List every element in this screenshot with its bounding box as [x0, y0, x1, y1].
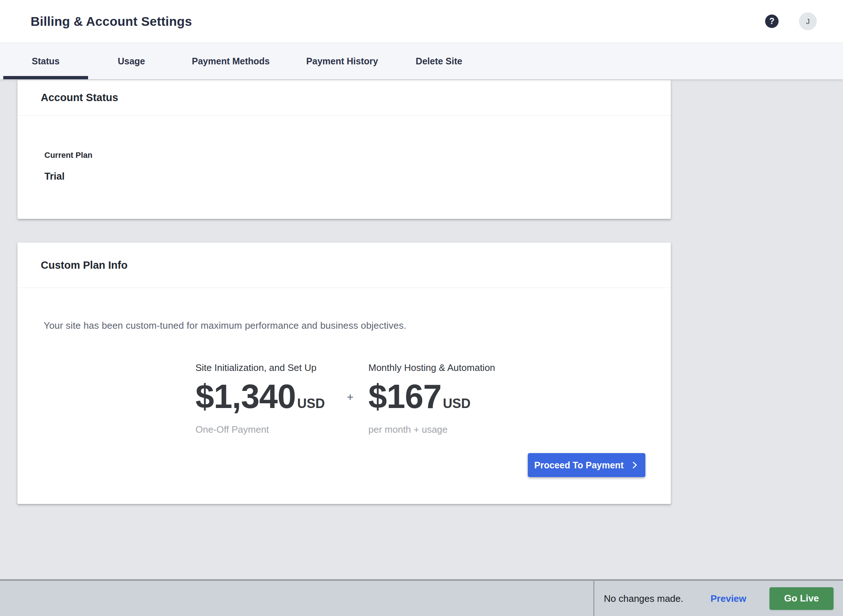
setup-price-amount: $1,340 — [196, 383, 296, 410]
help-icon[interactable]: ? — [765, 15, 778, 28]
account-status-card: Account Status Current Plan Trial — [18, 80, 671, 219]
proceed-to-payment-label: Proceed To Payment — [534, 460, 624, 471]
custom-plan-card-header: Custom Plan Info — [18, 242, 671, 288]
page-title: Billing & Account Settings — [31, 14, 192, 29]
billing-tabs: Status Usage Payment Methods Payment His… — [0, 43, 843, 79]
avatar-initial: J — [806, 17, 810, 26]
header-actions: ? J — [765, 0, 817, 43]
tab-delete-site[interactable]: Delete Site — [397, 43, 481, 79]
tab-status[interactable]: Status — [3, 43, 88, 79]
setup-price-row: $1,340 USD — [196, 383, 325, 418]
current-plan-value: Trial — [44, 171, 671, 182]
app-header: Billing & Account Settings ? J — [0, 0, 843, 43]
tab-delete-site-label: Delete Site — [416, 56, 462, 66]
custom-plan-title: Custom Plan Info — [41, 259, 127, 271]
tab-payment-history-label: Payment History — [306, 56, 378, 66]
question-mark-glyph: ? — [769, 16, 774, 26]
tab-payment-methods[interactable]: Payment Methods — [175, 43, 287, 79]
chevron-right-icon — [631, 461, 639, 469]
go-live-label: Go Live — [784, 593, 819, 604]
go-live-button[interactable]: Go Live — [769, 587, 834, 610]
account-status-card-header: Account Status — [18, 80, 671, 116]
monthly-price-row: $167 USD — [368, 383, 495, 418]
tab-payment-methods-label: Payment Methods — [192, 56, 270, 66]
tab-usage[interactable]: Usage — [88, 43, 175, 79]
proceed-to-payment-button[interactable]: Proceed To Payment — [528, 453, 645, 477]
monthly-price-column: Monthly Hosting & Automation $167 USD pe… — [368, 362, 495, 435]
preview-link[interactable]: Preview — [711, 593, 746, 604]
changes-status-text: No changes made. — [604, 593, 683, 604]
account-status-title: Account Status — [41, 92, 118, 104]
account-status-body: Current Plan Trial — [18, 151, 671, 182]
setup-price-note: One-Off Payment — [196, 424, 325, 435]
avatar[interactable]: J — [799, 12, 817, 30]
setup-price-label: Site Initialization, and Set Up — [196, 362, 325, 373]
tab-payment-history[interactable]: Payment History — [287, 43, 397, 79]
current-plan-label: Current Plan — [44, 151, 671, 160]
publish-bar: No changes made. Preview Go Live — [0, 579, 843, 616]
custom-plan-card: Custom Plan Info Your site has been cust… — [18, 242, 671, 504]
plus-sign: + — [347, 391, 353, 404]
monthly-price-label: Monthly Hosting & Automation — [368, 362, 495, 373]
monthly-price-amount: $167 — [368, 383, 441, 410]
setup-price-column: Site Initialization, and Set Up $1,340 U… — [196, 362, 325, 435]
setup-price-currency: USD — [297, 390, 325, 418]
tab-usage-label: Usage — [118, 56, 145, 66]
custom-plan-description: Your site has been custom-tuned for maxi… — [44, 320, 671, 331]
monthly-price-currency: USD — [443, 390, 471, 418]
monthly-price-note: per month + usage — [368, 424, 495, 435]
tab-status-label: Status — [32, 56, 59, 66]
publish-bar-divider — [593, 581, 594, 616]
